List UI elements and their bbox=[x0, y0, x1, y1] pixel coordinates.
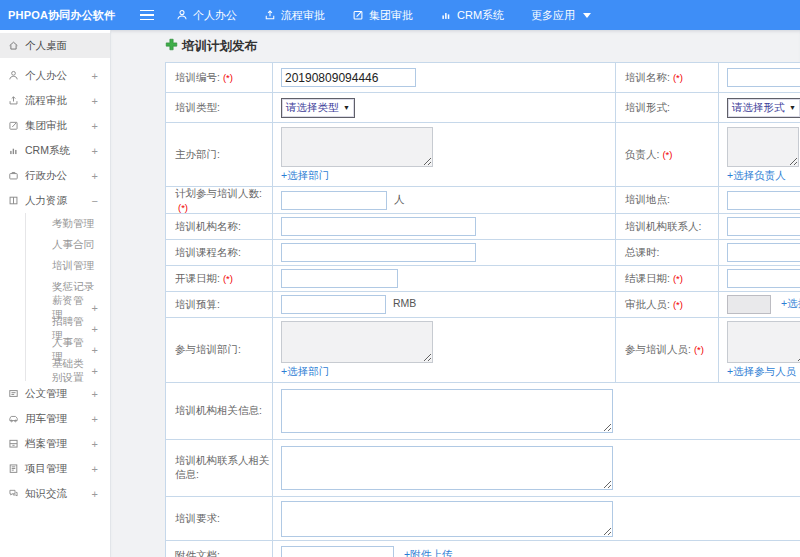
sidebar-item-vehicle[interactable]: 用车管理 + bbox=[0, 406, 110, 431]
add-plus-icon bbox=[165, 37, 178, 55]
archive-icon bbox=[8, 438, 19, 449]
unit-rmb: RMB bbox=[393, 297, 416, 309]
nav-crm-system[interactable]: CRM系统 bbox=[440, 8, 504, 23]
sidebar-subitem-attendance[interactable]: 考勤管理 bbox=[26, 213, 110, 234]
training-requirements-textarea[interactable] bbox=[281, 501, 613, 537]
page-title: 培训计划发布 bbox=[182, 38, 257, 55]
label-training-requirements: 培训要求: bbox=[166, 497, 273, 541]
org-contact-input[interactable] bbox=[727, 217, 800, 236]
sidebar-item-personal-desktop[interactable]: 个人桌面 bbox=[0, 33, 110, 58]
sidebar-subitem-training[interactable]: 培训管理 bbox=[26, 255, 110, 276]
org-info-textarea[interactable] bbox=[281, 389, 613, 433]
app-title: PHPOA协同办公软件 bbox=[0, 8, 128, 23]
sidebar-item-workflow-approval[interactable]: 流程审批 + bbox=[0, 88, 110, 113]
sidebar-item-official-docs[interactable]: 公文管理 + bbox=[0, 381, 110, 406]
hamburger-menu-icon[interactable] bbox=[140, 10, 154, 21]
expand-plus-icon: + bbox=[92, 488, 98, 500]
select-approver-link[interactable]: +选择审批人 bbox=[781, 297, 800, 311]
expand-plus-icon: + bbox=[92, 323, 98, 335]
expand-plus-icon: + bbox=[92, 463, 98, 475]
attachment-upload-link[interactable]: +附件上传 bbox=[404, 548, 452, 557]
top-nav: 个人办公 流程审批 集团审批 CRM系统 更多应用 bbox=[176, 8, 591, 23]
expand-plus-icon: + bbox=[92, 70, 98, 82]
sidebar-item-projects[interactable]: 项目管理 + bbox=[0, 456, 110, 481]
label-participate-members: 参与培训人员:(*) bbox=[616, 318, 719, 383]
attachment-input[interactable] bbox=[281, 546, 394, 557]
sidebar-item-archives[interactable]: 档案管理 + bbox=[0, 431, 110, 456]
user-icon bbox=[8, 70, 19, 81]
edit-icon bbox=[352, 9, 364, 21]
expand-plus-icon: + bbox=[92, 95, 98, 107]
sidebar-item-crm[interactable]: CRM系统 + bbox=[0, 138, 110, 163]
chat-icon bbox=[8, 488, 19, 499]
leader-textarea[interactable] bbox=[727, 127, 799, 167]
label-participant-count: 计划参与培训人数:(*) bbox=[166, 187, 273, 214]
approver-input[interactable] bbox=[727, 295, 771, 314]
nav-group-approval[interactable]: 集团审批 bbox=[352, 8, 413, 23]
sidebar-subitem-base-categories[interactable]: 基础类别设置+ bbox=[26, 360, 110, 381]
collapse-minus-icon: − bbox=[92, 195, 98, 207]
training-plan-form: 培训编号:(*) 培训名称:(*) 培训类型: 请选择类型▼ 培训形式: 请选择… bbox=[165, 62, 800, 557]
caret-down-icon bbox=[583, 13, 591, 18]
participant-count-input[interactable] bbox=[281, 191, 387, 210]
document-icon bbox=[8, 388, 19, 399]
home-icon bbox=[8, 40, 19, 51]
label-end-date: 结课日期:(*) bbox=[616, 266, 719, 292]
nav-personal-office[interactable]: 个人办公 bbox=[176, 8, 237, 23]
select-leader-link[interactable]: +选择负责人 bbox=[727, 169, 786, 183]
course-name-input[interactable] bbox=[281, 243, 476, 262]
training-name-input[interactable] bbox=[727, 68, 800, 87]
training-type-select[interactable]: 请选择类型▼ bbox=[281, 98, 355, 118]
label-training-name: 培训名称:(*) bbox=[616, 63, 719, 93]
expand-plus-icon: + bbox=[92, 344, 98, 356]
budget-input[interactable] bbox=[281, 295, 386, 314]
sidebar: 个人桌面 个人办公 + 流程审批 + 集团审批 + CRM系统 + 行政办公 + bbox=[0, 30, 111, 557]
car-icon bbox=[8, 413, 19, 424]
expand-plus-icon: + bbox=[92, 302, 98, 314]
sidebar-item-hr[interactable]: 人力资源 − bbox=[0, 188, 110, 213]
end-date-input[interactable] bbox=[727, 269, 800, 288]
expand-plus-icon: + bbox=[92, 413, 98, 425]
label-leader: 负责人:(*) bbox=[616, 123, 719, 187]
sidebar-item-group-approval[interactable]: 集团审批 + bbox=[0, 113, 110, 138]
label-host-department: 主办部门: bbox=[166, 123, 273, 187]
host-department-textarea[interactable] bbox=[281, 127, 433, 167]
org-contact-info-textarea[interactable] bbox=[281, 446, 613, 490]
label-training-location: 培训地点: bbox=[616, 187, 719, 214]
select-department-link[interactable]: +选择部门 bbox=[281, 169, 329, 183]
training-number-input[interactable] bbox=[281, 68, 416, 87]
expand-plus-icon: + bbox=[92, 438, 98, 450]
sidebar-item-knowledge[interactable]: 知识交流 + bbox=[0, 481, 110, 506]
sidebar-subitem-hr-contract[interactable]: 人事合同 bbox=[26, 234, 110, 255]
bar-chart-icon bbox=[440, 9, 452, 21]
label-training-form: 培训形式: bbox=[616, 93, 719, 123]
total-hours-input[interactable] bbox=[727, 243, 800, 262]
main-content: 培训计划发布 培训编号:(*) 培训名称:(*) 培训类型: 请选择类型▼ 培训… bbox=[111, 30, 800, 557]
hr-submenu: 考勤管理 人事合同 培训管理 奖惩记录 薪资管理+ 招聘管理+ 人事管理+ 基础… bbox=[25, 213, 110, 381]
start-date-input[interactable] bbox=[281, 269, 398, 288]
label-org-info: 培训机构相关信息: bbox=[166, 383, 273, 440]
select-arrow-icon: ▼ bbox=[343, 104, 350, 111]
sidebar-item-admin-office[interactable]: 行政办公 + bbox=[0, 163, 110, 188]
label-course-name: 培训课程名称: bbox=[166, 240, 273, 266]
nav-workflow-approval[interactable]: 流程审批 bbox=[264, 8, 325, 23]
training-form-select[interactable]: 请选择形式▼ bbox=[727, 98, 800, 118]
participate-departments-textarea[interactable] bbox=[281, 321, 433, 363]
upload-icon bbox=[264, 9, 276, 21]
label-org-name: 培训机构名称: bbox=[166, 214, 273, 240]
upload-icon bbox=[8, 95, 19, 106]
label-org-contact-info: 培训机构联系人相关信息: bbox=[166, 440, 273, 497]
expand-plus-icon: + bbox=[92, 170, 98, 182]
edit-icon bbox=[8, 120, 19, 131]
clipboard-icon bbox=[8, 463, 19, 474]
select-members-link[interactable]: +选择参与人员 bbox=[727, 365, 796, 379]
user-icon bbox=[176, 9, 188, 21]
label-total-hours: 总课时: bbox=[616, 240, 719, 266]
nav-more-apps[interactable]: 更多应用 bbox=[531, 8, 591, 23]
participate-members-textarea[interactable] bbox=[727, 321, 800, 363]
training-location-input[interactable] bbox=[727, 191, 800, 210]
select-department-link[interactable]: +选择部门 bbox=[281, 365, 329, 379]
org-name-input[interactable] bbox=[281, 217, 476, 236]
bar-chart-icon bbox=[8, 145, 19, 156]
sidebar-item-personal-office[interactable]: 个人办公 + bbox=[0, 63, 110, 88]
